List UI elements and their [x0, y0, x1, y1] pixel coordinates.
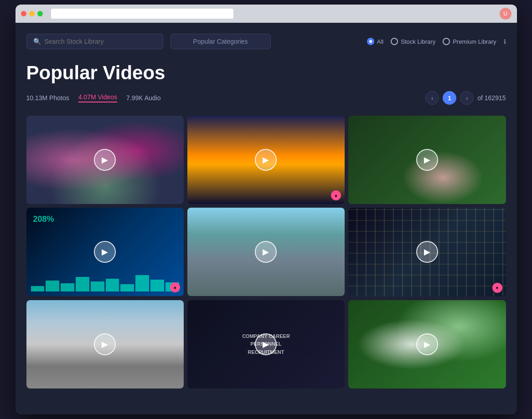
filter-all[interactable]: All — [367, 38, 383, 45]
browser-window: U 🔍 Popular Categories All Stock Library — [15, 5, 517, 414]
total-pages: of 162915 — [477, 94, 506, 102]
bar-7 — [120, 284, 134, 291]
play-button-1[interactable]: ▶ — [94, 149, 116, 171]
bar-8 — [135, 275, 149, 291]
bar-4 — [76, 277, 89, 291]
play-button-3[interactable]: ▶ — [416, 149, 438, 171]
radio-stock[interactable] — [391, 38, 398, 45]
categories-button[interactable]: Popular Categories — [170, 34, 271, 49]
premium-badge-6: ♦ — [492, 283, 502, 293]
stat-audio[interactable]: 7.99K Audio — [126, 94, 161, 102]
bar-5 — [91, 281, 104, 291]
play-button-5[interactable]: ▶ — [255, 241, 277, 263]
play-button-6[interactable]: ▶ — [416, 241, 438, 263]
radio-premium[interactable] — [443, 38, 450, 45]
play-button-9[interactable]: ▶ — [416, 333, 438, 355]
search-icon: 🔍 — [33, 38, 41, 45]
bar-1 — [31, 286, 45, 291]
stat-photos[interactable]: 10.13M Photos — [26, 94, 69, 102]
next-page-button[interactable]: › — [460, 91, 474, 105]
top-bar: 🔍 Popular Categories All Stock Library P… — [26, 34, 506, 49]
radio-all[interactable] — [367, 38, 374, 45]
minimize-button[interactable] — [29, 11, 35, 16]
maximize-button[interactable] — [37, 11, 43, 16]
video-card-6[interactable]: ▶ ♦ — [348, 208, 506, 296]
stat-videos[interactable]: 4.07M Videos — [78, 93, 117, 102]
video-card-9[interactable]: ▶ — [348, 300, 506, 388]
bar-chart — [31, 273, 179, 291]
data-numbers: 208% — [33, 215, 54, 224]
bar-2 — [46, 281, 59, 291]
bar-6 — [106, 279, 119, 291]
info-icon[interactable]: ℹ — [504, 38, 506, 45]
current-page: 1 — [443, 91, 456, 105]
play-button-8[interactable]: ▶ — [255, 333, 277, 355]
filter-group: All Stock Library Premium Library ℹ — [367, 38, 506, 45]
play-button-7[interactable]: ▶ — [94, 333, 116, 355]
page-title: Popular Videos — [26, 62, 506, 84]
app-content: 🔍 Popular Categories All Stock Library P… — [15, 23, 517, 414]
video-card-8[interactable]: COMPANY CAREERPERSONNELRECRUITMENT ▶ — [187, 300, 345, 388]
play-button-4[interactable]: ▶ — [94, 241, 116, 263]
stats-row: 10.13M Photos 4.07M Videos 7.99K Audio ‹… — [26, 91, 506, 105]
video-card-7[interactable]: ▶ — [26, 300, 184, 388]
video-grid: ▶ ▶ ♦ ▶ 208% — [26, 116, 506, 388]
address-bar[interactable] — [51, 9, 233, 19]
search-box[interactable]: 🔍 — [26, 34, 163, 49]
search-input[interactable] — [45, 38, 156, 45]
filter-stock-library[interactable]: Stock Library — [391, 38, 435, 45]
bar-9 — [150, 280, 164, 291]
browser-titlebar: U — [15, 5, 517, 23]
pagination: ‹ 1 › of 162915 — [425, 91, 506, 105]
close-button[interactable] — [21, 11, 26, 16]
filter-premium-library[interactable]: Premium Library — [443, 38, 496, 45]
prev-page-button[interactable]: ‹ — [425, 91, 439, 105]
video-card-1[interactable]: ▶ — [26, 116, 184, 204]
video-card-2[interactable]: ▶ ♦ — [187, 116, 345, 204]
avatar[interactable]: U — [500, 8, 511, 20]
video-card-5[interactable]: ▶ — [187, 208, 345, 296]
bar-3 — [61, 283, 74, 291]
video-card-4[interactable]: 208% ▶ ♦ — [26, 208, 184, 296]
play-button-2[interactable]: ▶ — [255, 149, 277, 171]
stats-left: 10.13M Photos 4.07M Videos 7.99K Audio — [26, 93, 161, 102]
video-card-3[interactable]: ▶ — [348, 116, 506, 204]
